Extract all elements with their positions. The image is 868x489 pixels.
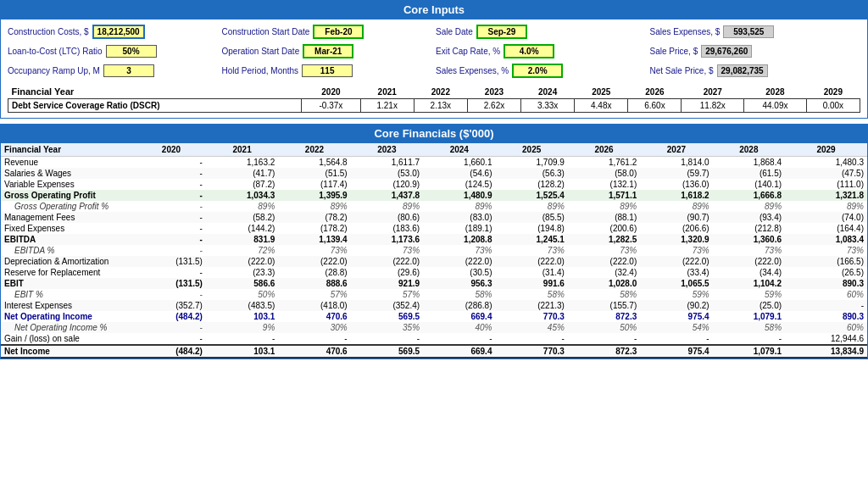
fin-cell: (54.6)	[423, 168, 495, 179]
fin-cell: (131.5)	[136, 256, 206, 267]
fin-cell: (484.2)	[136, 345, 206, 358]
fin-cell: 1,079.1	[713, 345, 785, 358]
fin-cell: 1,320.9	[640, 234, 712, 245]
fin-cell: 13,834.9	[785, 345, 867, 358]
fin-cell: (90.7)	[640, 212, 712, 223]
fin-cell: 1,360.6	[713, 234, 785, 245]
fin-cell: 30%	[278, 322, 350, 333]
fin-2028-header: 2028	[713, 143, 785, 157]
fin-cell: 1,611.7	[351, 157, 423, 169]
fin-cell: (58.2)	[206, 212, 278, 223]
year-2022-header: 2022	[414, 85, 467, 99]
fin-cell: (222.0)	[206, 256, 278, 267]
fin-cell: 975.4	[640, 345, 712, 358]
fin-cell: (136.0)	[640, 179, 712, 190]
operation-start-label: Operation Start Date	[222, 47, 300, 56]
fin-cell: (32.4)	[568, 267, 640, 278]
fin-cell: (189.1)	[423, 223, 495, 234]
fin-cell: 1,065.5	[640, 278, 712, 289]
sale-date-value[interactable]: Sep-29	[476, 25, 527, 39]
fin-cell: 1,104.2	[713, 278, 785, 289]
fin-cell: 1,618.2	[640, 190, 712, 201]
fin-cell: (58.0)	[568, 168, 640, 179]
fin-row-label: Interest Expenses	[1, 300, 136, 311]
fin-row-label: Fixed Expenses	[1, 223, 136, 234]
fin-cell: 103.1	[206, 345, 278, 358]
hold-period-label: Hold Period, Months	[222, 66, 299, 75]
dscr-2029: 0.00x	[806, 99, 860, 113]
sale-date-field: Sale Date Sep-29	[436, 25, 647, 39]
fin-cell: (87.2)	[206, 179, 278, 190]
fin-cell: (140.1)	[713, 179, 785, 190]
fin-cell: 1,321.8	[785, 190, 867, 201]
dscr-2027: 11.82x	[682, 99, 744, 113]
fin-row-label: EBIT %	[1, 289, 136, 300]
fin-cell: -	[136, 212, 206, 223]
fin-cell: 770.3	[495, 311, 567, 322]
fin-cell: (222.0)	[423, 256, 495, 267]
exit-cap-rate-label: Exit Cap Rate, %	[436, 47, 500, 56]
fin-cell: -	[136, 157, 206, 169]
fin-cell: 921.9	[351, 278, 423, 289]
occupancy-ramp-value[interactable]: 3	[103, 64, 154, 77]
fin-cell: 50%	[206, 289, 278, 300]
fin-cell: 73%	[785, 245, 867, 256]
fin-row-label: Revenue	[1, 157, 136, 169]
fin-cell: -	[423, 333, 495, 345]
year-2020-header: 2020	[302, 85, 360, 99]
hold-period-value[interactable]: 115	[302, 64, 353, 77]
fin-cell: 60%	[785, 322, 867, 333]
fin-cell: 1,173.6	[351, 234, 423, 245]
fin-cell: 73%	[495, 245, 567, 256]
fin-cell: (31.4)	[495, 267, 567, 278]
dscr-2025: 4.48x	[575, 99, 628, 113]
year-2027-header: 2027	[682, 85, 744, 99]
fin-2025-header: 2025	[495, 143, 567, 157]
fin-cell: 89%	[640, 201, 712, 212]
fin-cell: 1,761.2	[568, 157, 640, 169]
fin-cell: 89%	[713, 201, 785, 212]
fin-cell: (222.0)	[713, 256, 785, 267]
fin-cell: (483.5)	[206, 300, 278, 311]
fin-cell: -	[495, 333, 567, 345]
fin-cell: -	[136, 168, 206, 179]
fin-cell: 57%	[351, 289, 423, 300]
fin-cell: (418.0)	[278, 300, 350, 311]
sales-expenses-pct-value[interactable]: 2.0%	[512, 64, 563, 78]
fin-cell: (484.2)	[136, 311, 206, 322]
fin-cell: 1,564.8	[278, 157, 350, 169]
fin-cell: (59.7)	[640, 168, 712, 179]
ltc-ratio-value[interactable]: 50%	[106, 45, 157, 58]
sales-expenses-dollar-value: 593,525	[723, 25, 774, 38]
fin-cell: 58%	[423, 289, 495, 300]
construction-costs-field: Construction Costs, $ 18,212,500	[8, 25, 219, 39]
fin-cell: (41.7)	[206, 168, 278, 179]
fin-cell: 669.4	[423, 345, 495, 358]
fin-cell: 669.4	[423, 311, 495, 322]
fin-2020-header: 2020	[136, 143, 206, 157]
fin-cell: 1,660.1	[423, 157, 495, 169]
construction-start-value[interactable]: Feb-20	[313, 25, 364, 39]
fin-cell: 956.3	[423, 278, 495, 289]
fin-row-label: Salaries & Wages	[1, 168, 136, 179]
fin-cell: -	[136, 223, 206, 234]
fin-cell: (34.4)	[713, 267, 785, 278]
sale-price-value: 29,676,260	[701, 45, 752, 58]
fin-cell: 1,395.9	[278, 190, 350, 201]
fin-cell: (352.7)	[136, 300, 206, 311]
financial-year-header: Financial Year	[8, 85, 302, 99]
operation-start-value[interactable]: Mar-21	[303, 44, 353, 58]
fin-cell: 586.6	[206, 278, 278, 289]
fin-row-label: Net Operating Income %	[1, 322, 136, 333]
fin-2029-header: 2029	[785, 143, 867, 157]
ltc-ratio-label: Loan-to-Cost (LTC) Ratio	[8, 47, 103, 56]
fin-cell: (47.5)	[785, 168, 867, 179]
fin-cell: (85.5)	[495, 212, 567, 223]
fin-cell: (78.2)	[278, 212, 350, 223]
construction-costs-value[interactable]: 18,212,500	[92, 25, 145, 39]
exit-cap-rate-value[interactable]: 4.0%	[504, 44, 554, 58]
fin-cell: (29.6)	[351, 267, 423, 278]
fin-cell: 73%	[713, 245, 785, 256]
fin-cell: (166.5)	[785, 256, 867, 267]
fin-cell: -	[136, 267, 206, 278]
